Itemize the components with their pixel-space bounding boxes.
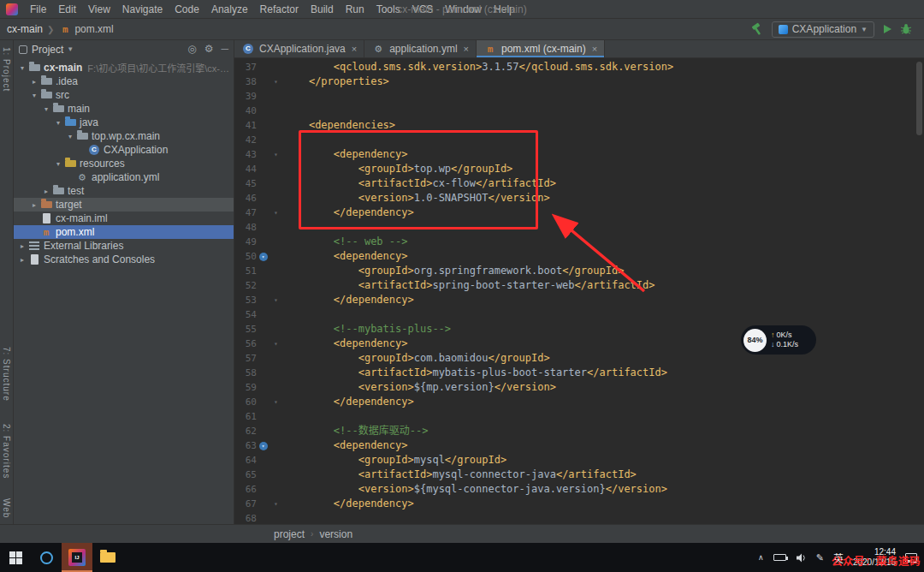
code-line[interactable]: 51 <groupId>org.springframework.boot</gr… xyxy=(234,264,924,278)
code-line[interactable]: 56▾ <dependency> xyxy=(234,337,924,351)
code-line[interactable]: 40 xyxy=(234,104,924,118)
fold-icon[interactable]: ▾ xyxy=(270,337,282,351)
breadcrumb-project[interactable]: cx-main xyxy=(7,23,43,35)
maven-gutter-icon[interactable]: ▾ xyxy=(257,438,270,453)
tree-item-cx-main[interactable]: ▾cx-mainF:\初心项目\初心工作流引擎\cx-main xyxy=(14,61,234,74)
tree-item-application-yml[interactable]: ⚙application.yml xyxy=(14,170,234,184)
tab-application-yml[interactable]: ⚙application.yml× xyxy=(364,40,477,57)
menu-item-run[interactable]: Run xyxy=(340,0,370,19)
debug-button[interactable] xyxy=(900,23,912,35)
volume-icon[interactable] xyxy=(796,553,807,563)
tool-button-favorites[interactable]: 2: Favorites xyxy=(2,424,11,479)
code-line[interactable]: 39 xyxy=(234,89,924,104)
tool-button-web[interactable]: Web xyxy=(2,498,11,518)
fold-icon[interactable]: ▾ xyxy=(270,206,282,220)
code-line[interactable]: 48 xyxy=(234,220,924,235)
tab-cxapplication-java[interactable]: CCXApplication.java× xyxy=(234,40,364,57)
pen-icon[interactable]: ✎ xyxy=(816,552,824,563)
code-line[interactable]: 67▾ </dependency> xyxy=(234,497,924,511)
menu-item-build[interactable]: Build xyxy=(305,0,340,19)
tool-button-project[interactable]: 1: Project xyxy=(2,47,11,92)
breadcrumb-item-version[interactable]: version xyxy=(319,528,352,540)
code-line[interactable]: 37 <qcloud.sms.sdk.version>3.1.57</qclou… xyxy=(234,60,924,74)
close-icon[interactable]: × xyxy=(352,44,357,54)
code-line[interactable]: 64 <groupId>mysql</groupId> xyxy=(234,453,924,468)
tree-item-idea[interactable]: ▸.idea xyxy=(14,74,234,88)
project-panel-title[interactable]: Project xyxy=(32,44,63,56)
tree-arrow-icon[interactable]: ▾ xyxy=(41,105,51,113)
code-line[interactable]: 43▾ <dependency> xyxy=(234,147,924,162)
close-icon[interactable]: × xyxy=(464,44,469,54)
code-line[interactable]: 68 xyxy=(234,511,924,524)
code-line[interactable]: 52 <artifactId>spring-boot-starter-web</… xyxy=(234,278,924,293)
tree-item-external-libraries[interactable]: ▸External Libraries xyxy=(14,239,234,253)
code-line[interactable]: 42 xyxy=(234,133,924,147)
tree-item-top-wp-cx-main[interactable]: ▾top.wp.cx.main xyxy=(14,129,234,143)
code-line[interactable]: 49 <!-- web --> xyxy=(234,235,924,249)
tab-pom-xml-cx-main[interactable]: mpom.xml (cx-main)× xyxy=(477,40,605,57)
menu-item-file[interactable]: File xyxy=(24,0,52,19)
tree-item-pom-xml[interactable]: mpom.xml xyxy=(14,225,234,239)
code-line[interactable]: 55 <!--mybatis-plus--> xyxy=(234,322,924,337)
code-line[interactable]: 60▾ </dependency> xyxy=(234,395,924,409)
fold-icon[interactable]: ▾ xyxy=(270,147,282,162)
tree-item-src[interactable]: ▾src xyxy=(14,88,234,102)
code-line[interactable]: 45 <artifactId>cx-flow</artifactId> xyxy=(234,176,924,191)
tool-button-structure[interactable]: 7: Structure xyxy=(2,347,11,402)
code-line[interactable]: 58 <artifactId>mybatis-plus-boot-starter… xyxy=(234,366,924,380)
locate-icon[interactable]: ◎ xyxy=(187,40,196,58)
tree-item-target[interactable]: ▸target xyxy=(14,198,234,212)
fold-icon[interactable]: ▾ xyxy=(270,74,282,89)
maven-gutter-icon[interactable]: ▾ xyxy=(257,249,270,264)
code-line[interactable]: 44 <groupId>top.wp</groupId> xyxy=(234,162,924,176)
code-line[interactable]: 65 <artifactId>mysql-connector-java</art… xyxy=(234,468,924,482)
breadcrumb-file[interactable]: pom.xml xyxy=(74,23,113,35)
code-line[interactable]: 66 <version>${mysql-connector-java.versi… xyxy=(234,482,924,497)
tree-item-resources[interactable]: ▾resources xyxy=(14,157,234,170)
tree-arrow-icon[interactable]: ▾ xyxy=(17,64,27,72)
code-line[interactable]: 46 <version>1.0-SNAPSHOT</version> xyxy=(234,191,924,206)
tray-expand-icon[interactable]: ∧ xyxy=(758,553,764,562)
code-editor[interactable]: 37 <qcloud.sms.sdk.version>3.1.57</qclou… xyxy=(234,58,924,524)
tree-arrow-icon[interactable]: ▾ xyxy=(53,160,63,168)
start-button[interactable] xyxy=(0,543,31,572)
code-line[interactable]: 63▾ <dependency> xyxy=(234,438,924,453)
menu-item-view[interactable]: View xyxy=(82,0,116,19)
code-line[interactable]: 61 xyxy=(234,409,924,424)
code-line[interactable]: 53▾ </dependency> xyxy=(234,293,924,307)
taskbar-intellij-button[interactable]: IJ xyxy=(62,543,92,572)
file-explorer-button[interactable] xyxy=(92,543,123,572)
code-line[interactable]: 57 <groupId>com.baomidou</groupId> xyxy=(234,351,924,366)
tree-arrow-icon[interactable]: ▸ xyxy=(41,188,51,195)
tree-item-cx-main-iml[interactable]: cx-main.iml xyxy=(14,212,234,225)
battery-icon[interactable] xyxy=(773,554,786,561)
menu-item-analyze[interactable]: Analyze xyxy=(205,0,254,19)
fold-icon[interactable]: ▾ xyxy=(270,395,282,409)
fold-icon[interactable]: ▾ xyxy=(270,497,282,511)
menu-item-edit[interactable]: Edit xyxy=(52,0,82,19)
code-line[interactable]: 54 xyxy=(234,307,924,322)
tree-item-java[interactable]: ▾java xyxy=(14,116,234,129)
fold-icon[interactable]: ▾ xyxy=(270,293,282,307)
editor-scrollbar[interactable] xyxy=(916,62,922,135)
tree-item-cxapplication[interactable]: CCXApplication xyxy=(14,143,234,157)
settings-icon[interactable]: ⚙ xyxy=(204,40,214,58)
code-line[interactable]: 38▾ </properties> xyxy=(234,74,924,89)
hide-icon[interactable]: ─ xyxy=(221,40,228,58)
breadcrumb-item-project[interactable]: project xyxy=(274,528,305,540)
tree-item-test[interactable]: ▸test xyxy=(14,184,234,198)
run-configuration-select[interactable]: CXApplication ▼ xyxy=(772,21,874,38)
tree-arrow-icon[interactable]: ▾ xyxy=(65,133,75,140)
cortana-search-button[interactable] xyxy=(31,543,62,572)
code-line[interactable]: 41 <dependencies> xyxy=(234,118,924,133)
tree-item-scratches-and-consoles[interactable]: ▸Scratches and Consoles xyxy=(14,253,234,266)
run-button[interactable] xyxy=(882,24,892,34)
tree-arrow-icon[interactable]: ▸ xyxy=(17,256,27,264)
chevron-down-icon[interactable]: ▼ xyxy=(67,45,74,53)
menu-item-code[interactable]: Code xyxy=(169,0,205,19)
code-line[interactable]: 62 <!--数据库驱动--> xyxy=(234,424,924,438)
menu-item-navigate[interactable]: Navigate xyxy=(116,0,169,19)
tree-arrow-icon[interactable]: ▸ xyxy=(17,242,27,250)
tree-item-main[interactable]: ▾main xyxy=(14,102,234,116)
build-hammer-icon[interactable] xyxy=(750,22,764,36)
